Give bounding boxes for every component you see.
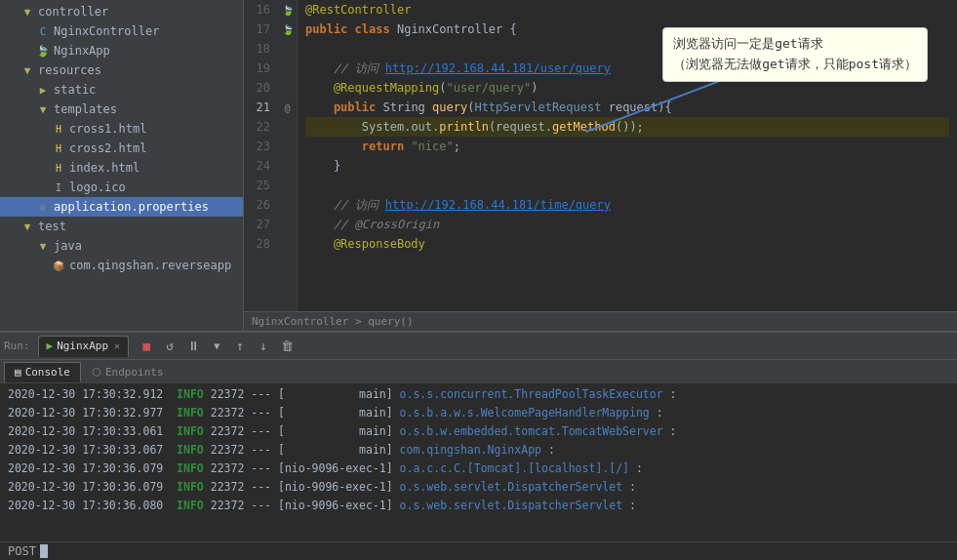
subtab-label: Endpoints <box>105 366 164 379</box>
clear-button[interactable]: 🗑 <box>277 337 297 356</box>
breakpoint-icon: @ <box>284 102 290 113</box>
folder-icon: ▼ <box>20 4 35 20</box>
line-num: 25 <box>252 176 270 195</box>
line-num: 23 <box>252 137 270 156</box>
line-num: 21 <box>252 98 270 117</box>
log-line: 2020-12-30 17:30:36.079 INFO 22372 --- [… <box>8 460 949 478</box>
code-line: @ResponseBody <box>305 234 949 254</box>
subtab-label: Console <box>25 366 70 379</box>
up-button[interactable]: ↑ <box>230 337 250 356</box>
gutter-item: 🍃 <box>278 0 297 20</box>
sidebar-item-application-properties[interactable]: ⚙ application.properties <box>0 197 243 217</box>
sidebar-item-label: com.qingshan.reverseapp <box>69 259 231 272</box>
line-num: 16 <box>252 0 270 20</box>
ico-icon: I <box>51 180 66 195</box>
sidebar-item-nginx-app[interactable]: 🍃 NginxApp <box>0 41 243 60</box>
code-line <box>305 176 949 195</box>
folder-icon: ▼ <box>35 101 51 117</box>
log-line: 2020-12-30 17:30:36.079 INFO 22372 --- [… <box>8 478 949 497</box>
popup-line2: （浏览器无法做get请求，只能post请求） <box>673 55 917 75</box>
popup-line1: 浏览器访问一定是get请求 <box>673 34 917 55</box>
subtab-endpoints[interactable]: ⬡ Endpoints <box>81 362 175 382</box>
sidebar-item-label: NginxApp <box>54 44 110 58</box>
console-input-line: POST <box>0 541 957 560</box>
html-icon: H <box>51 140 66 156</box>
sidebar-item-label: resources <box>38 63 101 77</box>
subtab-bar: ▤ Console ⬡ Endpoints <box>0 360 957 383</box>
breadcrumb-text: NginxController > query() <box>252 315 414 328</box>
sidebar-item-java[interactable]: ▼ java <box>0 236 243 256</box>
rerun-button[interactable]: ↺ <box>160 337 179 356</box>
tab-icon: ▶ <box>47 340 54 352</box>
folder-icon: ▶ <box>35 82 51 98</box>
console-tabs: Run: ▶ NginxApp ✕ ■ ↺ ⏸ ▼ ↑ ↓ 🗑 <box>0 333 957 360</box>
log-line: 2020-12-30 17:30:33.061 INFO 22372 --- [… <box>8 422 949 441</box>
console-output[interactable]: 2020-12-30 17:30:32.912 INFO 22372 --- [… <box>0 383 957 541</box>
sidebar-item-controller[interactable]: ▼ controller <box>0 2 243 21</box>
tab-close-icon[interactable]: ✕ <box>114 340 120 351</box>
console-area: Run: ▶ NginxApp ✕ ■ ↺ ⏸ ▼ ↑ ↓ 🗑 ▤ Consol… <box>0 331 957 560</box>
gutter-item <box>278 215 297 234</box>
line-num: 26 <box>252 195 270 215</box>
package-icon: 📦 <box>51 258 66 273</box>
pause-button[interactable]: ⏸ <box>183 337 203 356</box>
sidebar-item-label: application.properties <box>54 200 209 214</box>
gutter: 🍃 🍃 @ <box>278 0 298 311</box>
spring-gutter-icon: 🍃 <box>282 5 294 16</box>
sidebar-item-index[interactable]: H index.html <box>0 158 243 178</box>
gutter-item: 🍃 <box>278 20 297 39</box>
sidebar-item-templates[interactable]: ▼ templates <box>0 100 243 119</box>
sidebar-item-label: controller <box>38 5 108 19</box>
log-line: 2020-12-30 17:30:36.080 INFO 22372 --- [… <box>8 497 949 515</box>
subtab-console[interactable]: ▤ Console <box>4 362 81 382</box>
gutter-item <box>278 137 297 156</box>
sidebar-item-label: templates <box>54 102 117 116</box>
log-line: 2020-12-30 17:30:33.067 INFO 22372 --- [… <box>8 441 949 460</box>
log-line: 2020-12-30 17:30:32.912 INFO 22372 --- [… <box>8 385 949 404</box>
sidebar-item-label: cross1.html <box>69 122 146 136</box>
stop-button[interactable]: ■ <box>137 337 156 356</box>
sidebar-item-nginx-controller[interactable]: C NginxController <box>0 21 243 41</box>
main-area: ▼ controller C NginxController 🍃 NginxAp… <box>0 0 957 331</box>
sidebar-item-com-qingshan[interactable]: 📦 com.qingshan.reverseapp <box>0 256 243 275</box>
console-cursor <box>40 544 48 558</box>
sidebar-item-logo[interactable]: I logo.ico <box>0 178 243 197</box>
line-num: 24 <box>252 156 270 176</box>
gutter-item <box>278 39 297 59</box>
line-num: 28 <box>252 234 270 254</box>
step-button[interactable]: ▼ <box>207 337 226 356</box>
code-line: public String query(HttpServletRequest r… <box>305 98 949 117</box>
java-class-icon: C <box>35 23 51 39</box>
sidebar-item-cross2[interactable]: H cross2.html <box>0 139 243 158</box>
folder-icon: ▼ <box>20 62 35 78</box>
line-num: 22 <box>252 117 270 137</box>
endpoints-icon: ⬡ <box>92 366 101 379</box>
console-tab-nginx-app[interactable]: ▶ NginxApp ✕ <box>38 336 130 357</box>
gutter-item <box>278 117 297 137</box>
line-numbers: 16 17 18 19 20 21 22 23 24 25 26 27 28 <box>244 0 278 311</box>
folder-icon: ▼ <box>20 219 35 234</box>
spring-icon: 🍃 <box>35 43 51 59</box>
sidebar-item-static[interactable]: ▶ static <box>0 80 243 100</box>
line-num: 18 <box>252 39 270 59</box>
sidebar-item-label: NginxController <box>54 24 159 38</box>
code-line: // 访问 http://192.168.44.181/time/query <box>305 195 949 215</box>
html-icon: H <box>51 121 66 137</box>
sidebar-item-cross1[interactable]: H cross1.html <box>0 119 243 139</box>
sidebar: ▼ controller C NginxController 🍃 NginxAp… <box>0 0 244 331</box>
tab-label: NginxApp <box>57 340 108 352</box>
gutter-item <box>278 78 297 98</box>
down-button[interactable]: ↓ <box>254 337 273 356</box>
code-line: } <box>305 156 949 176</box>
console-icon: ▤ <box>15 366 21 379</box>
sidebar-item-test[interactable]: ▼ test <box>0 217 243 236</box>
sidebar-item-label: test <box>38 220 66 233</box>
sidebar-item-label: static <box>54 83 96 97</box>
sidebar-item-label: cross2.html <box>69 141 146 155</box>
code-line: return "nice"; <box>305 137 949 156</box>
sidebar-item-resources[interactable]: ▼ resources <box>0 60 243 80</box>
line-num: 20 <box>252 78 270 98</box>
sidebar-item-label: java <box>54 239 82 253</box>
code-line: System.out.println(request.getMethod()); <box>305 117 949 137</box>
gutter-item: @ <box>278 98 297 117</box>
